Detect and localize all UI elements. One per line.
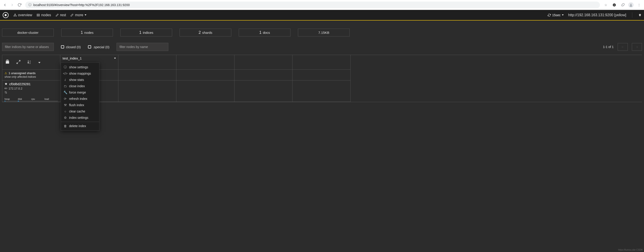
app-logo: [2, 12, 9, 19]
svg-rect-7: [16, 16, 16, 17]
crop-icon[interactable]: [4, 91, 7, 94]
chevron-down-icon: [562, 15, 564, 16]
index-name[interactable]: test_index_1: [62, 56, 82, 60]
menu-delete-index[interactable]: 🗑delete index: [61, 123, 99, 129]
stat-cpu-label: cpu: [31, 98, 35, 100]
svg-point-13: [5, 88, 6, 89]
show-only-affected-link[interactable]: show only affected indices: [4, 75, 58, 78]
svg-point-4: [5, 14, 7, 16]
stat-docs: 1docs: [239, 29, 290, 37]
menu-show-settings[interactable]: ⓘshow settings: [61, 64, 99, 70]
checkbox-icon: [88, 45, 91, 48]
svg-rect-6: [14, 16, 14, 17]
svg-rect-5: [15, 14, 16, 15]
circle-icon: ○: [64, 109, 67, 113]
divider: [632, 12, 632, 18]
folder-icon: 🗀: [64, 84, 67, 88]
special-checkbox[interactable]: .special (0): [88, 45, 109, 49]
checkbox-icon: [61, 45, 64, 48]
star-icon[interactable]: ☆: [602, 2, 609, 8]
profile-avatar[interactable]: [628, 2, 634, 8]
nav-rest-label: rest: [60, 13, 66, 17]
page-prev-button[interactable]: ←: [618, 43, 628, 51]
browser-menu-icon[interactable]: ⋮: [636, 2, 642, 8]
unassigned-shards-text: 1 unassigned shards: [8, 71, 36, 75]
forward-button[interactable]: [9, 2, 15, 8]
host-label: http://192.168.163.131:9200 [yellow]: [568, 13, 626, 17]
stat-size: 7.15KB: [298, 29, 350, 37]
warning-icon: ⚠: [4, 71, 7, 75]
stat-indices: 1indices: [120, 29, 172, 37]
menu-force-merge[interactable]: 🔧force merge: [61, 89, 99, 96]
gavel-icon: ⚒: [64, 103, 67, 107]
svg-rect-9: [37, 15, 40, 16]
menu-clear-cache[interactable]: ○clear cache: [61, 108, 99, 114]
refresh-interval[interactable]: 15sec: [548, 13, 564, 17]
menu-refresh-index[interactable]: ⟳refresh index: [61, 96, 99, 102]
site-info-icon[interactable]: ⓘ: [28, 3, 32, 7]
reload-button[interactable]: [16, 2, 22, 8]
svg-rect-8: [37, 14, 40, 15]
menu-index-settings[interactable]: ⚙index settings: [61, 114, 99, 121]
info-icon: 𝒊: [64, 78, 67, 82]
page-next-button[interactable]: →: [632, 43, 642, 51]
dropdown-icon[interactable]: [38, 60, 40, 64]
stat-load-label: load: [44, 98, 49, 100]
wrench-icon: 🔧: [64, 91, 67, 94]
gear-icon: ⚙: [64, 116, 67, 119]
stat-heap-label: heap: [4, 98, 10, 100]
svg-text:Z: Z: [30, 62, 30, 64]
url-bar[interactable]: ⓘ localhost:9100/#/overview?host=http:%2…: [25, 2, 600, 8]
page-label: 1-1 of 1: [603, 45, 614, 49]
chevron-down-icon: [84, 15, 86, 16]
menu-close-index[interactable]: 🗀close index: [61, 83, 99, 89]
menu-flush-index[interactable]: ⚒flush index: [61, 102, 99, 108]
nav-nodes-label: nodes: [41, 13, 51, 17]
menu-show-stats[interactable]: 𝒊show stats: [61, 77, 99, 83]
menu-show-mappings[interactable]: </>show mappings: [61, 70, 99, 77]
svg-text:A: A: [30, 60, 31, 62]
closed-label: closed (0): [66, 45, 81, 49]
filter-nodes-input[interactable]: [116, 43, 168, 51]
info-icon: ⓘ: [64, 65, 67, 69]
stat-cluster: docker-cluster: [2, 29, 54, 37]
nav-rest[interactable]: rest: [56, 13, 66, 17]
refresh-icon: [548, 14, 551, 17]
nav-nodes[interactable]: nodes: [37, 13, 51, 17]
refresh-interval-label: 15sec: [552, 13, 560, 17]
node-name[interactable]: cf0d6d229281: [9, 82, 30, 86]
magic-icon: [70, 14, 74, 17]
svg-text:e: e: [614, 4, 615, 6]
svg-point-2: [630, 4, 632, 5]
back-button[interactable]: [2, 2, 8, 8]
extension-icon-2[interactable]: [620, 2, 626, 8]
plug-icon: [638, 13, 642, 17]
node-ip: 172.17.0.2: [8, 87, 22, 90]
extension-icon-1[interactable]: e: [611, 2, 618, 8]
code-icon: </>: [64, 72, 67, 75]
lock-icon[interactable]: [5, 60, 10, 65]
index-menu-toggle[interactable]: [114, 58, 116, 59]
stat-disk-label: disk: [18, 98, 22, 100]
index-actions-menu: ⓘshow settings </>show mappings 𝒊show st…: [61, 62, 100, 131]
watermark: https://liumou.site CSDN: [618, 249, 643, 251]
refresh-icon: ⟳: [64, 97, 67, 100]
nav-overview-label: overview: [18, 13, 32, 17]
nav-more[interactable]: more: [70, 13, 86, 17]
sort-icon[interactable]: AZ: [27, 60, 32, 65]
nav-overview[interactable]: overview: [14, 13, 32, 17]
menu-separator: [61, 122, 99, 122]
trash-icon: 🗑: [64, 124, 67, 128]
url-text: localhost:9100/#/overview?host=http:%2F%…: [33, 3, 130, 7]
hdd-icon: [4, 87, 7, 90]
server-icon: [37, 14, 40, 17]
special-label: .special (0): [93, 45, 109, 49]
nav-more-label: more: [75, 13, 83, 17]
expand-icon[interactable]: [16, 60, 21, 65]
edit-icon: [56, 14, 59, 17]
star-icon: ★: [4, 82, 8, 86]
stat-shards: 2shards: [180, 29, 231, 37]
closed-checkbox[interactable]: closed (0): [61, 45, 81, 49]
filter-indices-input[interactable]: [2, 43, 54, 51]
disconnect-button[interactable]: [638, 13, 642, 17]
